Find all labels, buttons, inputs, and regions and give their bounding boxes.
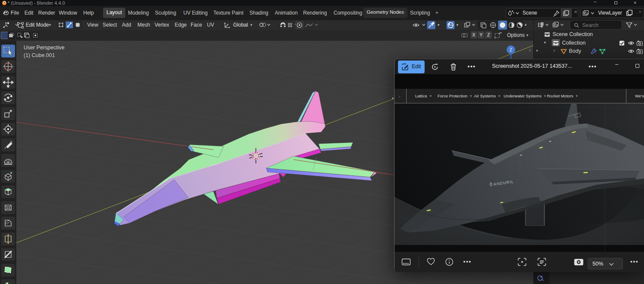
svg-text:(1) Cube.001: (1) Cube.001 xyxy=(24,52,55,58)
svg-text:‹: ‹ xyxy=(529,47,531,53)
svg-text:Z: Z xyxy=(510,48,512,52)
svg-text:User Perspective: User Perspective xyxy=(24,45,64,51)
